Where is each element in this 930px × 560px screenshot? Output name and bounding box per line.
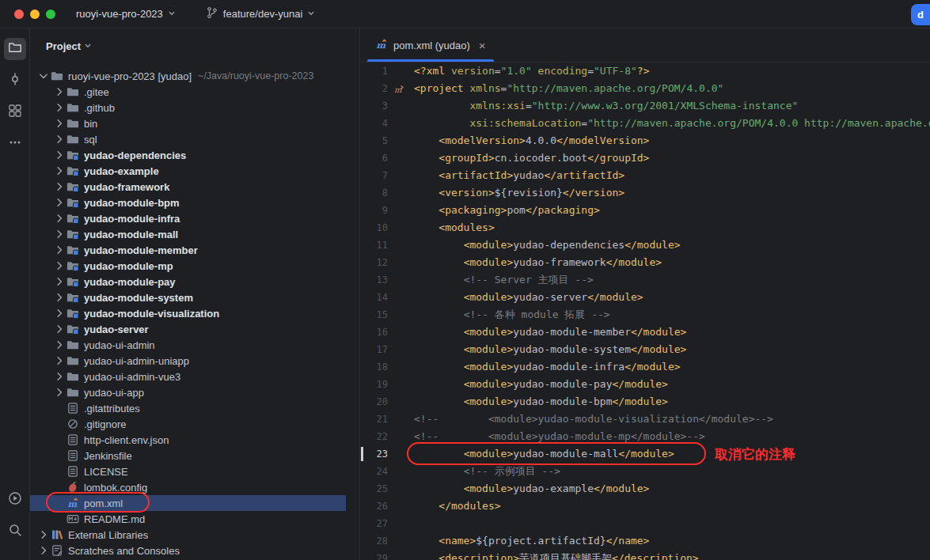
tree-item-external-libraries[interactable]: External Libraries — [30, 527, 346, 543]
tree-item-label: yudao-module-system — [84, 292, 193, 304]
chevron-right-icon[interactable] — [52, 180, 66, 193]
tree-item-label: bin — [84, 118, 97, 130]
tree-item-yudao-example[interactable]: yudao-example — [30, 163, 346, 179]
code-text: <packaging>pom</packaging> — [414, 202, 600, 219]
chevron-right-icon[interactable] — [52, 307, 66, 320]
maven-gutter-icon[interactable]: m — [393, 83, 404, 94]
tree-item-yudao-module-infra[interactable]: yudao-module-infra — [30, 210, 346, 226]
tree-item-label: yudao-example — [84, 165, 159, 177]
line-number: 22 — [361, 428, 388, 445]
close-window-button[interactable] — [14, 9, 24, 19]
editor-tab-pom-xml[interactable]: m pom.xml (yudao) × — [366, 28, 495, 62]
chevron-slot — [52, 402, 66, 414]
line-number: 21 — [361, 411, 388, 428]
tree-item-license[interactable]: LICENSE — [30, 464, 346, 479]
more-tool-button[interactable] — [4, 133, 26, 155]
chevron-right-icon[interactable] — [52, 244, 66, 256]
tree-item-yudao-module-pay[interactable]: yudao-module-pay — [30, 274, 346, 289]
tree-item-label: yudao-ui-admin-vue3 — [84, 371, 180, 383]
tree-item-yudao-module-bpm[interactable]: yudao-module-bpm — [30, 195, 346, 210]
tree-item-gitee[interactable]: .gitee — [30, 84, 346, 100]
commit-tool-button[interactable] — [4, 70, 26, 92]
project-selector[interactable]: ruoyi-vue-pro-2023 — [76, 8, 176, 20]
tree-item-yudao-framework[interactable]: yudao-framework — [30, 179, 346, 195]
chevron-right-icon[interactable] — [52, 212, 66, 225]
code-text: <!-- <module>yudao-module-visualization<… — [414, 411, 773, 428]
chevron-right-icon[interactable] — [52, 133, 66, 146]
svg-text:m: m — [68, 499, 78, 509]
line-number: 26 — [361, 498, 388, 515]
chevron-right-icon[interactable] — [52, 354, 66, 367]
tree-item-github[interactable]: .github — [30, 100, 346, 115]
tree-item-yudao-server[interactable]: yudao-server — [30, 321, 346, 337]
module-icon — [66, 291, 79, 304]
search-tool-button[interactable] — [4, 520, 26, 543]
tree-item-gitattributes[interactable]: .gitattributes — [30, 400, 346, 416]
more-icon — [8, 135, 22, 153]
run-tool-button[interactable] — [4, 489, 26, 511]
code-editor[interactable]: 1<?xml version="1.0" encoding="UTF-8"?>2… — [361, 62, 930, 560]
tree-item-yudao-ui-admin-uniapp[interactable]: yudao-ui-admin-uniapp — [30, 353, 346, 369]
tree-item-yudao-ui-admin-vue3[interactable]: yudao-ui-admin-vue3 — [30, 369, 346, 384]
tree-item-label: Jenkinsfile — [84, 450, 132, 462]
chevron-right-icon[interactable] — [52, 275, 66, 288]
project-panel-header[interactable]: Project — [30, 28, 359, 52]
code-line-23: 23 <module>yudao-module-mall</module> — [361, 445, 930, 463]
chevron-right-icon[interactable] — [52, 196, 66, 209]
tree-item-yudao-module-system[interactable]: yudao-module-system — [30, 289, 346, 305]
module-icon — [66, 212, 79, 225]
code-text: <groupId>cn.iocoder.boot</groupId> — [414, 149, 649, 167]
chevron-right-icon[interactable] — [52, 386, 66, 399]
tree-item-readme-md[interactable]: README.md — [30, 511, 346, 527]
tree-item-ruoyi-vue-pro-2023-yudao[interactable]: ruoyi-vue-pro-2023 [yudao]~/Java/ruoyi-v… — [30, 68, 346, 84]
chevron-right-icon[interactable] — [52, 228, 66, 240]
tree-item-yudao-ui-admin[interactable]: yudao-ui-admin — [30, 337, 346, 353]
chevron-down-icon[interactable] — [36, 70, 51, 82]
tree-item-yudao-module-mall[interactable]: yudao-module-mall — [30, 226, 346, 242]
tree-item-gitignore[interactable]: .gitignore — [30, 416, 346, 432]
line-number: 17 — [361, 341, 388, 358]
chevron-right-icon[interactable] — [52, 323, 66, 335]
zoom-window-button[interactable] — [46, 9, 55, 19]
chevron-right-icon[interactable] — [52, 259, 66, 272]
tree-item-http-client-env-json[interactable]: http-client.env.json — [30, 432, 346, 448]
project-icon — [8, 40, 22, 58]
chevron-right-icon[interactable] — [52, 85, 66, 98]
line-number: 15 — [361, 306, 388, 324]
chevron-right-icon[interactable] — [52, 339, 66, 351]
tree-item-lombok-config[interactable]: lombok.config — [30, 479, 346, 495]
project-tool-button[interactable] — [4, 38, 26, 60]
module-icon — [66, 165, 79, 177]
tree-item-yudao-dependencies[interactable]: yudao-dependencies — [30, 147, 346, 163]
tree-item-scratches-and-consoles[interactable]: Scratches and Consoles — [30, 543, 346, 558]
code-text: xmlns:xsi="http://www.w3.org/2001/XMLSch… — [414, 97, 798, 115]
chevron-right-icon[interactable] — [52, 149, 66, 161]
tree-item-yudao-module-visualization[interactable]: yudao-module-visualization — [30, 305, 346, 321]
corner-notification-button[interactable]: d — [911, 4, 930, 25]
structure-tool-button[interactable] — [4, 101, 26, 123]
code-line-25: 25 <module>yudao-example</module> — [361, 480, 930, 498]
tree-item-pom-xml[interactable]: mpom.xml — [30, 495, 346, 511]
chevron-right-icon[interactable] — [36, 544, 51, 557]
minimize-window-button[interactable] — [30, 9, 40, 19]
code-line-14: 14 <module>yudao-server</module> — [361, 289, 930, 306]
branch-selector[interactable]: feature/dev-yunai — [206, 6, 315, 21]
chevron-right-icon[interactable] — [52, 117, 66, 130]
tree-item-yudao-ui-app[interactable]: yudao-ui-app — [30, 384, 346, 400]
structure-icon — [8, 104, 22, 121]
chevron-right-icon[interactable] — [36, 528, 51, 541]
chevron-right-icon[interactable] — [52, 370, 66, 383]
tree-item-sql[interactable]: sql — [30, 131, 346, 147]
chevron-right-icon[interactable] — [52, 101, 66, 114]
tree-item-bin[interactable]: bin — [30, 115, 346, 131]
tree-item-yudao-module-mp[interactable]: yudao-module-mp — [30, 258, 346, 274]
tree-item-yudao-module-member[interactable]: yudao-module-member — [30, 242, 346, 258]
file-config-icon — [66, 481, 79, 494]
tool-window-rail — [0, 28, 30, 560]
tree-item-jenkinsfile[interactable]: Jenkinsfile — [30, 448, 346, 464]
code-text: <module>yudao-example</module> — [414, 480, 649, 498]
close-tab-icon[interactable]: × — [479, 40, 486, 51]
chevron-right-icon[interactable] — [52, 165, 66, 177]
chevron-right-icon[interactable] — [52, 291, 66, 304]
tree-item-label: External Libraries — [68, 529, 148, 541]
